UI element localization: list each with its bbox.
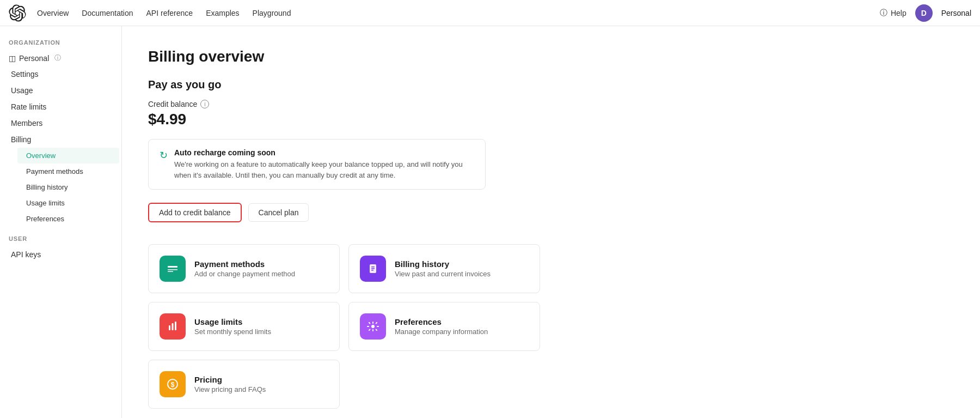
billing-sub-nav: Overview Payment methods Billing history… <box>0 148 121 227</box>
org-icon: ◫ <box>9 54 16 63</box>
nav-playground[interactable]: Playground <box>253 9 291 17</box>
sidebar-usage[interactable]: Usage <box>2 82 119 99</box>
usage-limits-icon <box>160 313 186 340</box>
card-preferences-title: Preferences <box>395 317 488 326</box>
recharge-icon: ↻ <box>160 149 168 161</box>
user-section-label: USER <box>0 235 121 246</box>
sidebar-rate-limits[interactable]: Rate limits <box>2 99 119 115</box>
add-credit-button[interactable]: Add to credit balance <box>148 203 242 222</box>
card-preferences[interactable]: Preferences Manage company information <box>348 302 540 351</box>
nav-api[interactable]: API reference <box>146 9 193 17</box>
top-navigation: Overview Documentation API reference Exa… <box>0 0 980 26</box>
org-section-label: ORGANIZATION <box>0 39 121 50</box>
page-layout: ORGANIZATION ◫ Personal ⓘ Settings Usage… <box>0 26 980 418</box>
svg-rect-9 <box>175 322 176 330</box>
card-preferences-text: Preferences Manage company information <box>395 317 488 336</box>
card-payment-methods[interactable]: Payment methods Add or change payment me… <box>148 244 340 293</box>
card-pricing-desc: View pricing and FAQs <box>194 385 266 393</box>
sidebar-members[interactable]: Members <box>2 115 119 131</box>
info-box-title: Auto recharge coming soon <box>174 148 474 157</box>
preferences-icon <box>360 313 386 340</box>
main-content: Billing overview Pay as you go Credit ba… <box>122 26 612 418</box>
svg-rect-7 <box>169 325 170 330</box>
card-usage-limits-desc: Set monthly spend limits <box>194 328 271 336</box>
help-icon: ⓘ <box>880 8 887 18</box>
svg-rect-4 <box>371 266 375 268</box>
card-billing-history[interactable]: Billing history View past and current in… <box>348 244 540 293</box>
card-usage-limits[interactable]: Usage limits Set monthly spend limits <box>148 302 340 351</box>
billing-history-icon <box>360 256 386 282</box>
card-billing-history-text: Billing history View past and current in… <box>395 259 491 278</box>
svg-rect-5 <box>371 268 375 269</box>
svg-rect-8 <box>172 323 174 330</box>
svg-rect-6 <box>371 270 373 271</box>
nav-overview[interactable]: Overview <box>37 9 69 17</box>
help-button[interactable]: ⓘ Help <box>880 8 906 18</box>
svg-rect-1 <box>168 269 177 270</box>
nav-docs[interactable]: Documentation <box>82 9 133 17</box>
sidebar-billing-history[interactable]: Billing history <box>17 179 119 195</box>
page-title: Billing overview <box>148 48 586 65</box>
org-name: Personal <box>19 54 49 63</box>
action-buttons: Add to credit balance Cancel plan <box>148 203 586 222</box>
feature-cards-grid: Payment methods Add or change payment me… <box>148 244 540 409</box>
card-usage-limits-title: Usage limits <box>194 317 271 326</box>
sidebar-settings[interactable]: Settings <box>2 66 119 82</box>
card-pricing[interactable]: $ Pricing View pricing and FAQs <box>148 360 340 409</box>
payment-methods-icon <box>160 256 186 282</box>
card-payment-methods-text: Payment methods Add or change payment me… <box>194 259 295 278</box>
card-preferences-desc: Manage company information <box>395 328 488 336</box>
card-billing-history-desc: View past and current invoices <box>395 270 491 278</box>
pricing-icon: $ <box>160 371 186 397</box>
card-usage-limits-text: Usage limits Set monthly spend limits <box>194 317 271 336</box>
cancel-plan-button[interactable]: Cancel plan <box>248 203 309 222</box>
topnav-right: ⓘ Help D Personal <box>880 4 971 22</box>
sidebar: ORGANIZATION ◫ Personal ⓘ Settings Usage… <box>0 26 122 418</box>
sidebar-api-keys[interactable]: API keys <box>2 246 119 263</box>
sidebar-usage-limits[interactable]: Usage limits <box>17 195 119 211</box>
info-box-text: We're working on a feature to automatica… <box>174 159 474 180</box>
card-billing-history-title: Billing history <box>395 259 491 269</box>
nav-examples[interactable]: Examples <box>206 9 239 17</box>
svg-text:$: $ <box>171 381 175 389</box>
sidebar-payment-methods[interactable]: Payment methods <box>17 163 119 179</box>
card-payment-methods-desc: Add or change payment method <box>194 270 295 278</box>
sidebar-overview[interactable]: Overview <box>17 148 119 163</box>
info-icon: ⓘ <box>54 53 61 63</box>
credit-label: Credit balance i <box>148 100 586 108</box>
sidebar-preferences[interactable]: Preferences <box>17 211 119 227</box>
svg-point-10 <box>371 325 375 328</box>
org-section: ORGANIZATION ◫ Personal ⓘ Settings Usage… <box>0 39 121 227</box>
user-avatar[interactable]: D <box>915 4 933 22</box>
nav-links: Overview Documentation API reference Exa… <box>37 9 291 17</box>
credit-amount: $4.99 <box>148 111 586 128</box>
auto-recharge-info-box: ↻ Auto recharge coming soon We're workin… <box>148 139 486 190</box>
svg-rect-0 <box>168 266 177 268</box>
svg-rect-2 <box>168 271 173 272</box>
org-name-item: ◫ Personal ⓘ <box>0 50 121 66</box>
section-title: Pay as you go <box>148 78 586 91</box>
card-payment-methods-title: Payment methods <box>194 259 295 269</box>
logo[interactable] <box>9 4 26 22</box>
card-pricing-title: Pricing <box>194 375 266 384</box>
user-label: Personal <box>941 9 971 17</box>
user-section: USER API keys <box>0 235 121 263</box>
card-pricing-text: Pricing View pricing and FAQs <box>194 375 266 393</box>
credit-info-icon[interactable]: i <box>200 100 209 108</box>
sidebar-billing[interactable]: Billing <box>2 131 119 148</box>
info-box-content: Auto recharge coming soon We're working … <box>174 148 474 180</box>
